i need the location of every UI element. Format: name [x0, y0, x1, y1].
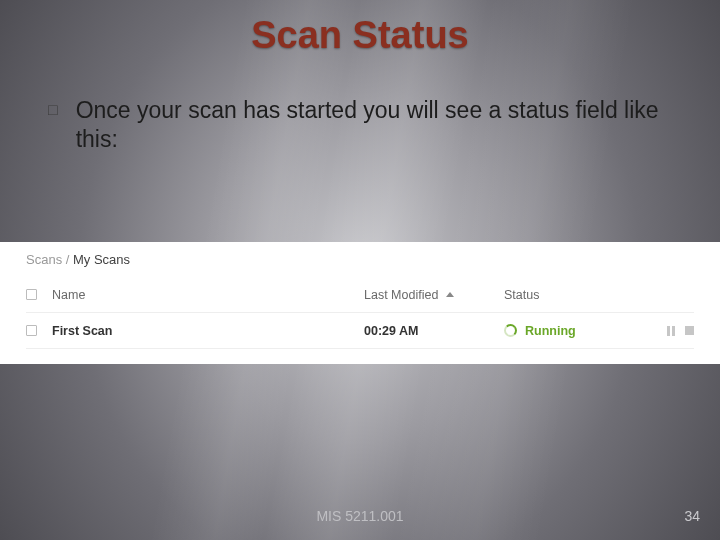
- bullet-item: □ Once your scan has started you will se…: [48, 96, 672, 154]
- breadcrumb: Scans / My Scans: [26, 252, 694, 267]
- row-status: Running: [504, 324, 654, 338]
- header-last-modified[interactable]: Last Modified: [364, 288, 504, 302]
- breadcrumb-sep: /: [62, 252, 73, 267]
- select-all-checkbox[interactable]: [26, 289, 37, 300]
- spinner-icon: [504, 324, 517, 337]
- breadcrumb-current: My Scans: [73, 252, 130, 267]
- sort-ascending-icon: [446, 292, 454, 297]
- row-checkbox[interactable]: [26, 325, 37, 336]
- row-actions: [654, 326, 694, 336]
- breadcrumb-root[interactable]: Scans: [26, 252, 62, 267]
- header-status[interactable]: Status: [504, 288, 654, 302]
- slide-body: □ Once your scan has started you will se…: [48, 96, 672, 154]
- table-header: Name Last Modified Status: [26, 277, 694, 313]
- bullet-marker: □: [48, 96, 58, 124]
- row-name: First Scan: [52, 324, 364, 338]
- stop-icon[interactable]: [685, 326, 694, 335]
- pause-icon[interactable]: [667, 326, 675, 336]
- header-name[interactable]: Name: [52, 288, 364, 302]
- header-checkbox-cell: [26, 289, 52, 300]
- row-status-label: Running: [525, 324, 576, 338]
- row-checkbox-cell: [26, 325, 52, 336]
- scan-panel: Scans / My Scans Name Last Modified Stat…: [0, 242, 720, 364]
- table-row[interactable]: First Scan 00:29 AM Running: [26, 313, 694, 349]
- row-last-modified: 00:29 AM: [364, 324, 504, 338]
- footer-page-number: 34: [684, 508, 700, 524]
- slide-title: Scan Status: [0, 14, 720, 57]
- bullet-text: Once your scan has started you will see …: [76, 96, 672, 154]
- slide: Scan Status □ Once your scan has started…: [0, 0, 720, 540]
- footer-course: MIS 5211.001: [0, 508, 720, 524]
- header-last-modified-label: Last Modified: [364, 288, 438, 302]
